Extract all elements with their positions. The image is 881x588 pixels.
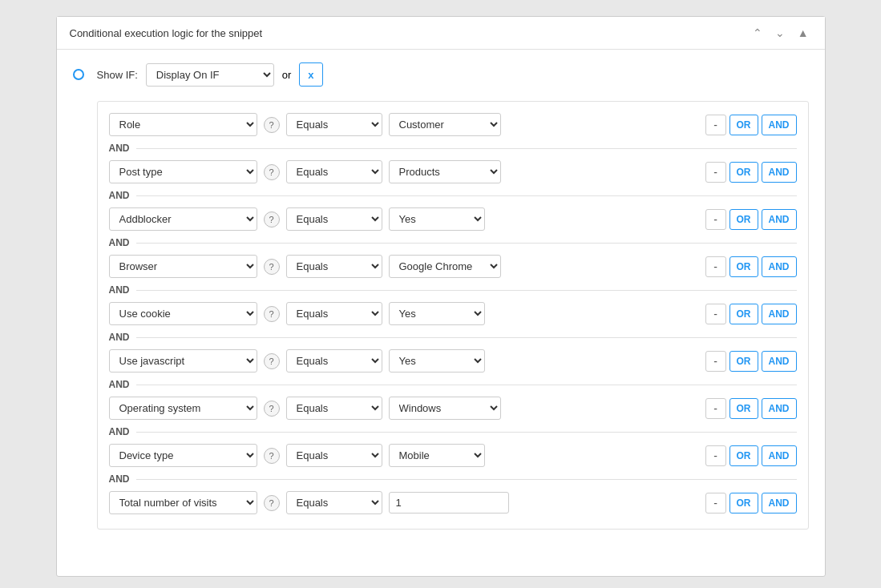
- operator-select-8[interactable]: Equals Not Equals Greater than Less than: [286, 491, 382, 514]
- operator-select-2[interactable]: Equals Not Equals: [286, 207, 382, 231]
- and-separator-2: AND: [109, 237, 797, 248]
- value-select-7[interactable]: Mobile Desktop Tablet: [389, 444, 485, 467]
- question-button-7[interactable]: ?: [264, 448, 280, 464]
- field-select-8[interactable]: Total number of visits Role: [109, 491, 257, 514]
- field-select-0[interactable]: Role Post type Addblocker Browser: [109, 113, 257, 136]
- action-buttons-3: - OR AND: [705, 256, 797, 277]
- value-input-8[interactable]: [389, 492, 509, 513]
- operator-select-6[interactable]: Equals Not Equals: [286, 397, 382, 420]
- panel-header: Conditional execution logic for the snip…: [57, 17, 825, 50]
- question-button-5[interactable]: ?: [264, 353, 280, 369]
- table-row: Browser Role ? Equals Not Equals Google …: [109, 255, 797, 278]
- and-button-7[interactable]: AND: [762, 445, 797, 466]
- action-buttons-6: - OR AND: [705, 398, 797, 419]
- value-select-6[interactable]: Windows macOS Linux Android iOS: [389, 397, 501, 420]
- action-buttons-5: - OR AND: [705, 351, 797, 372]
- condition-group: Role Post type Addblocker Browser ? Equa…: [97, 101, 809, 530]
- operator-select-5[interactable]: Equals Not Equals: [286, 349, 382, 373]
- and-button-5[interactable]: AND: [762, 351, 797, 372]
- and-separator-3: AND: [109, 284, 797, 296]
- and-button-4[interactable]: AND: [762, 304, 797, 324]
- left-indicator: [73, 62, 84, 530]
- header-icons: ⌃ ⌄ ▲: [750, 25, 812, 41]
- or-button-3[interactable]: OR: [729, 256, 758, 277]
- operator-select-0[interactable]: Equals Not Equals: [286, 113, 382, 136]
- and-separator-7: AND: [109, 473, 797, 485]
- show-if-select[interactable]: Display On IF Display On IF NOT: [146, 63, 274, 87]
- and-separator-1: AND: [109, 190, 797, 201]
- and-button-8[interactable]: AND: [762, 493, 797, 513]
- question-button-2[interactable]: ?: [264, 211, 280, 228]
- table-row: Role Post type Addblocker Browser ? Equa…: [109, 113, 797, 136]
- chevron-up-icon[interactable]: ⌃: [750, 25, 766, 41]
- minus-button-4[interactable]: -: [705, 304, 726, 324]
- question-button-8[interactable]: ?: [264, 495, 280, 511]
- operator-select-1[interactable]: Equals Not Equals: [286, 160, 382, 183]
- table-row: Operating system Role ? Equals Not Equal…: [109, 397, 797, 420]
- and-button-0[interactable]: AND: [762, 115, 797, 135]
- and-button-2[interactable]: AND: [762, 209, 797, 230]
- value-select-1[interactable]: Products Posts Pages: [389, 160, 501, 183]
- value-select-2[interactable]: Yes No: [389, 207, 485, 231]
- expand-icon[interactable]: ▲: [794, 25, 812, 41]
- value-select-0[interactable]: Customer Admin Guest: [389, 113, 501, 136]
- or-button-4[interactable]: OR: [729, 304, 758, 324]
- question-button-0[interactable]: ?: [264, 117, 280, 133]
- question-button-1[interactable]: ?: [264, 164, 280, 180]
- and-separator-0: AND: [109, 143, 797, 154]
- show-if-row: Show IF: Display On IF Display On IF NOT…: [97, 62, 809, 87]
- field-select-1[interactable]: Post type Role: [109, 160, 257, 183]
- action-buttons-2: - OR AND: [705, 209, 797, 230]
- field-select-7[interactable]: Device type Role: [109, 444, 257, 467]
- question-button-3[interactable]: ?: [264, 259, 280, 275]
- table-row: Device type Role ? Equals Not Equals Mob…: [109, 444, 797, 467]
- action-buttons-4: - OR AND: [705, 304, 797, 324]
- or-button-2[interactable]: OR: [729, 209, 758, 230]
- field-select-4[interactable]: Use cookie Role: [109, 302, 257, 325]
- table-row: Use javascript Role ? Equals Not Equals …: [109, 349, 797, 373]
- minus-button-2[interactable]: -: [705, 209, 726, 230]
- value-select-5[interactable]: Yes No: [389, 349, 485, 373]
- and-button-6[interactable]: AND: [762, 398, 797, 419]
- or-button-5[interactable]: OR: [729, 351, 758, 372]
- main-content: Show IF: Display On IF Display On IF NOT…: [97, 62, 809, 530]
- question-button-4[interactable]: ?: [264, 306, 280, 322]
- value-select-4[interactable]: Yes No: [389, 302, 485, 325]
- or-button-1[interactable]: OR: [729, 162, 758, 183]
- and-separator-5: AND: [109, 379, 797, 390]
- field-select-6[interactable]: Operating system Role: [109, 397, 257, 420]
- or-button-6[interactable]: OR: [729, 398, 758, 419]
- or-button-7[interactable]: OR: [729, 445, 758, 466]
- chevron-down-icon[interactable]: ⌄: [772, 25, 788, 41]
- field-select-2[interactable]: Addblocker Role: [109, 207, 257, 231]
- circle-indicator: [73, 69, 84, 80]
- operator-select-3[interactable]: Equals Not Equals: [286, 255, 382, 278]
- table-row: Total number of visits Role ? Equals Not…: [109, 491, 797, 514]
- minus-button-8[interactable]: -: [705, 493, 726, 513]
- value-select-3[interactable]: Google Chrome Firefox Safari Edge: [389, 255, 501, 278]
- or-button-0[interactable]: OR: [729, 115, 758, 135]
- x-button[interactable]: x: [299, 62, 322, 87]
- field-select-5[interactable]: Use javascript Role: [109, 349, 257, 373]
- action-buttons-8: - OR AND: [705, 493, 797, 513]
- minus-button-7[interactable]: -: [705, 445, 726, 466]
- minus-button-3[interactable]: -: [705, 256, 726, 277]
- minus-button-0[interactable]: -: [705, 115, 726, 135]
- operator-select-7[interactable]: Equals Not Equals: [286, 444, 382, 467]
- show-if-label: Show IF:: [97, 69, 138, 81]
- question-button-6[interactable]: ?: [264, 401, 280, 417]
- and-separator-4: AND: [109, 332, 797, 343]
- panel-body: Show IF: Display On IF Display On IF NOT…: [57, 50, 825, 542]
- panel-title: Conditional execution logic for the snip…: [70, 27, 263, 39]
- minus-button-1[interactable]: -: [705, 162, 726, 183]
- minus-button-5[interactable]: -: [705, 351, 726, 372]
- minus-button-6[interactable]: -: [705, 398, 726, 419]
- field-select-3[interactable]: Browser Role: [109, 255, 257, 278]
- operator-select-4[interactable]: Equals Not Equals: [286, 302, 382, 325]
- action-buttons-1: - OR AND: [705, 162, 797, 183]
- table-row: Post type Role ? Equals Not Equals Produ…: [109, 160, 797, 183]
- and-separator-6: AND: [109, 426, 797, 437]
- and-button-3[interactable]: AND: [762, 256, 797, 277]
- or-button-8[interactable]: OR: [729, 493, 758, 513]
- and-button-1[interactable]: AND: [762, 162, 797, 183]
